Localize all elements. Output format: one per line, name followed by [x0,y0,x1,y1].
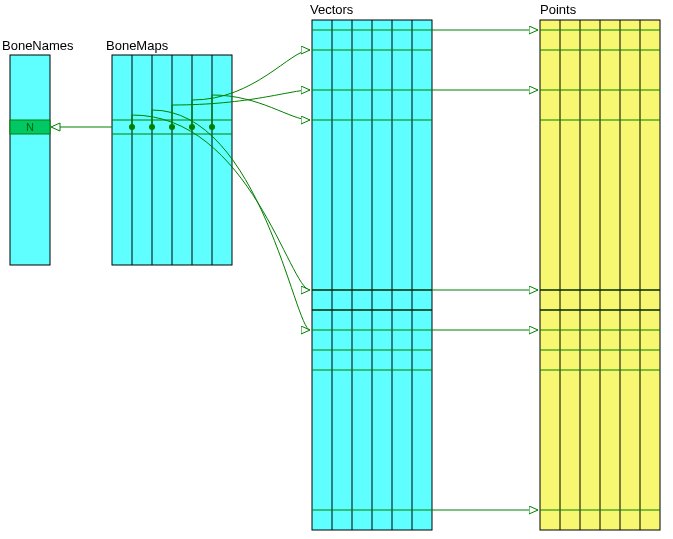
bonenames-box-label: BoneNames [2,38,74,53]
bonenames-box: BoneNames [2,38,74,265]
bonemaps-box: BoneMaps [106,38,232,265]
vectors-box-label: Vectors [310,2,354,17]
svg-rect-0 [10,55,50,265]
bonemaps-box-label: BoneMaps [106,38,169,53]
points-box: Points [540,2,660,530]
n-label: N [26,121,34,133]
diagram-svg: BoneNamesBoneMapsVectorsPointsN [0,0,673,539]
points-box-label: Points [540,2,577,17]
vectors-box: Vectors [310,2,432,530]
